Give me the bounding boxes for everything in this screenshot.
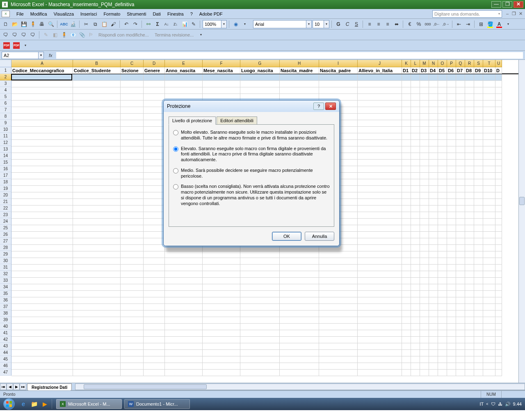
cell[interactable] [319, 297, 358, 304]
cell[interactable] [456, 74, 465, 81]
cell[interactable] [73, 166, 121, 173]
cell[interactable] [420, 173, 429, 179]
cell[interactable] [358, 245, 402, 251]
cell[interactable] [144, 278, 165, 284]
cell[interactable] [165, 330, 203, 337]
column-header[interactable]: S [474, 60, 483, 67]
cell[interactable] [144, 127, 165, 133]
cell[interactable] [483, 304, 495, 310]
cell[interactable] [429, 324, 438, 330]
cell[interactable] [447, 356, 456, 363]
cell[interactable] [358, 271, 402, 278]
cell[interactable] [411, 153, 420, 160]
cell[interactable] [483, 153, 495, 160]
cell[interactable] [429, 356, 438, 363]
eraser-icon[interactable]: ◧ [51, 31, 59, 39]
cell[interactable] [240, 94, 280, 100]
cell[interactable] [121, 140, 144, 146]
cell[interactable] [483, 363, 495, 370]
cell[interactable] [203, 87, 240, 94]
cell[interactable] [429, 245, 438, 251]
cell[interactable] [358, 363, 402, 370]
cell[interactable] [483, 114, 495, 120]
row-header[interactable]: 41 [0, 330, 11, 336]
cell[interactable] [474, 114, 483, 120]
cell[interactable] [438, 310, 447, 317]
cell[interactable] [429, 265, 438, 271]
cell[interactable] [319, 337, 358, 343]
cell[interactable] [165, 297, 203, 304]
cell[interactable] [420, 74, 429, 81]
cell[interactable] [429, 310, 438, 317]
cell[interactable] [411, 140, 420, 146]
cell[interactable] [429, 173, 438, 179]
cell[interactable] [144, 350, 165, 356]
cell[interactable] [121, 74, 144, 81]
undo-icon[interactable]: ↶ [122, 20, 130, 28]
cell[interactable] [438, 94, 447, 100]
help-icon[interactable]: ◉ [232, 20, 240, 28]
cell[interactable] [483, 245, 495, 251]
cell[interactable] [474, 337, 483, 343]
cell[interactable] [420, 146, 429, 153]
cell[interactable] [402, 94, 411, 100]
cell[interactable] [474, 356, 483, 363]
row-header[interactable]: 9 [0, 120, 11, 126]
cell[interactable] [483, 238, 495, 245]
cell[interactable] [165, 350, 203, 356]
cell[interactable] [121, 114, 144, 120]
cell[interactable] [438, 225, 447, 232]
cell[interactable] [240, 81, 280, 87]
cell[interactable] [280, 265, 319, 271]
cell[interactable]: Nascita_padre [319, 67, 358, 74]
cell[interactable] [429, 370, 438, 376]
cell[interactable] [465, 350, 474, 356]
cell[interactable] [280, 363, 319, 370]
cell[interactable] [73, 219, 121, 225]
row-header[interactable]: 19 [0, 185, 11, 192]
cell[interactable] [203, 356, 240, 363]
cell[interactable] [429, 133, 438, 140]
cell[interactable] [240, 87, 280, 94]
cell[interactable] [240, 356, 280, 363]
cell[interactable] [474, 100, 483, 107]
cell[interactable] [495, 74, 502, 81]
cell[interactable] [411, 232, 420, 238]
cell[interactable] [420, 278, 429, 284]
cell[interactable] [465, 258, 474, 265]
cell[interactable] [495, 324, 502, 330]
row-header[interactable]: 11 [0, 133, 11, 139]
cell[interactable] [483, 284, 495, 291]
cell[interactable] [144, 251, 165, 258]
cell[interactable] [474, 317, 483, 324]
cell[interactable] [121, 245, 144, 251]
cell[interactable] [402, 100, 411, 107]
cell[interactable] [73, 245, 121, 251]
cell[interactable] [11, 94, 73, 100]
cell[interactable] [483, 310, 495, 317]
cell[interactable] [456, 100, 465, 107]
hyperlink-icon[interactable]: ⚯ [144, 20, 153, 28]
cell[interactable] [411, 370, 420, 376]
cell[interactable] [456, 324, 465, 330]
cell[interactable] [447, 251, 456, 258]
cell[interactable] [73, 225, 121, 232]
cell[interactable] [447, 94, 456, 100]
row-header[interactable]: 22 [0, 205, 11, 212]
cell[interactable] [447, 186, 456, 192]
cell[interactable] [483, 370, 495, 376]
cell[interactable] [319, 310, 358, 317]
cell[interactable] [429, 225, 438, 232]
cell[interactable] [456, 317, 465, 324]
cell[interactable] [280, 337, 319, 343]
cell[interactable] [203, 304, 240, 310]
cell[interactable] [438, 271, 447, 278]
cell[interactable] [319, 304, 358, 310]
cell[interactable] [358, 199, 402, 205]
cell[interactable] [358, 140, 402, 146]
cell[interactable] [438, 265, 447, 271]
cell[interactable] [411, 146, 420, 153]
cell[interactable]: D [495, 67, 502, 74]
cell[interactable] [483, 297, 495, 304]
column-header[interactable]: C [121, 60, 144, 67]
